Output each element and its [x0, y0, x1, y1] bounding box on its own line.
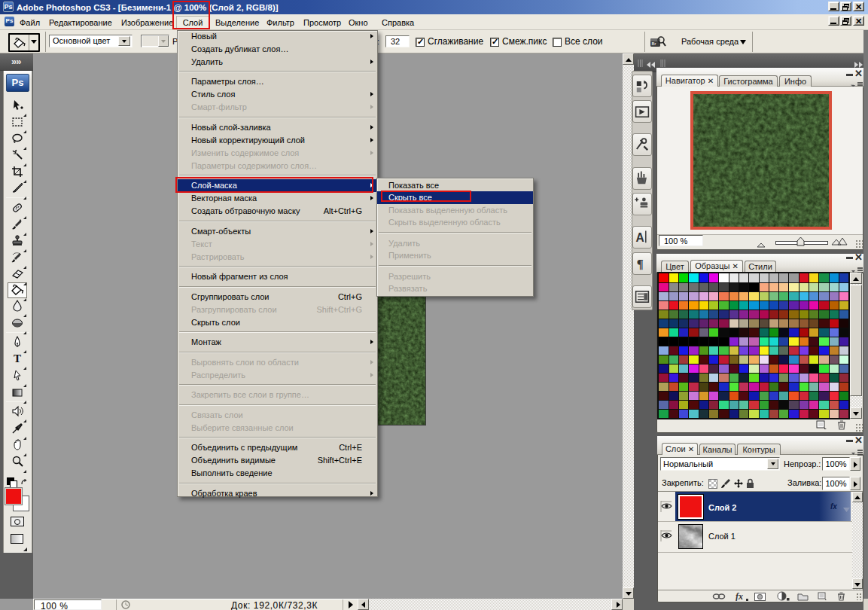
svg-text:¶: ¶: [637, 257, 644, 271]
svg-text:fx: fx: [830, 502, 837, 511]
svg-text:T: T: [14, 352, 21, 364]
svg-text:A: A: [636, 231, 644, 244]
svg-text:Br: Br: [652, 41, 656, 46]
svg-text:fx: fx: [736, 591, 743, 601]
